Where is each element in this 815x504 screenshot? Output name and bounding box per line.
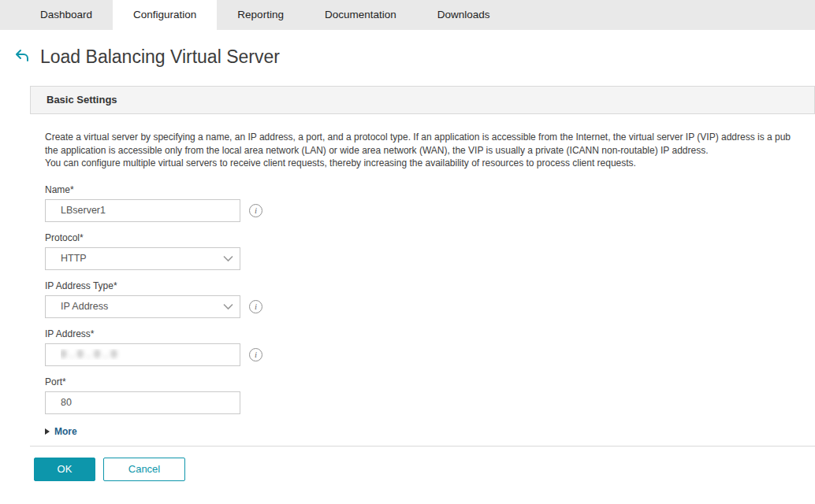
back-arrow-icon [13,47,32,66]
ok-button[interactable]: OK [34,458,95,481]
protocol-select[interactable]: HTTP [45,247,240,270]
ip-address-type-select[interactable]: IP Address [45,295,240,318]
tab-documentation[interactable]: Documentation [304,0,417,30]
ip-address-type-field-group: IP Address Type* IP Address i [45,280,815,318]
port-label: Port* [45,376,815,387]
top-nav: Dashboard Configuration Reporting Docume… [0,0,815,30]
port-field-group: Port* [45,376,815,414]
tab-configuration[interactable]: Configuration [113,0,217,30]
info-icon[interactable]: i [249,300,262,313]
cancel-button[interactable]: Cancel [103,458,185,481]
ip-address-type-selected-value: IP Address [61,301,108,312]
ip-address-label: IP Address* [45,328,815,339]
back-button[interactable] [11,46,33,68]
name-input[interactable] [45,199,240,222]
protocol-field-group: Protocol* HTTP [45,232,815,270]
tab-dashboard[interactable]: Dashboard [20,0,113,30]
description-line: Create a virtual server by specifying a … [45,131,815,144]
tab-reporting[interactable]: Reporting [217,0,304,30]
chevron-down-icon [223,303,233,310]
ip-address-field-group: IP Address* i [45,328,815,366]
port-input[interactable] [45,391,240,414]
page-title-row: Load Balancing Virtual Server [11,46,815,68]
tab-downloads[interactable]: Downloads [417,0,511,30]
basic-settings-panel: Basic Settings Create a virtual server b… [30,86,815,447]
page-title: Load Balancing Virtual Server [40,46,280,68]
panel-header: Basic Settings [30,86,815,114]
name-label: Name* [45,184,815,195]
ip-address-type-label: IP Address Type* [45,280,815,291]
name-field-group: Name* i [45,184,815,222]
description-line: You can configure multiple virtual serve… [45,157,815,170]
chevron-down-icon [223,255,233,262]
more-label: More [54,426,77,437]
protocol-selected-value: HTTP [61,253,87,264]
description-line: the application is accessible only from … [45,144,815,158]
more-expander[interactable]: More [45,426,140,446]
ip-address-input[interactable] [45,343,240,366]
protocol-label: Protocol* [45,232,815,243]
expand-triangle-icon [45,428,50,435]
panel-description: Create a virtual server by specifying a … [45,131,815,170]
footer-actions: OK Cancel [34,458,815,481]
info-icon[interactable]: i [249,204,262,217]
info-icon[interactable]: i [249,348,262,361]
panel-body: Create a virtual server by specifying a … [30,114,815,447]
